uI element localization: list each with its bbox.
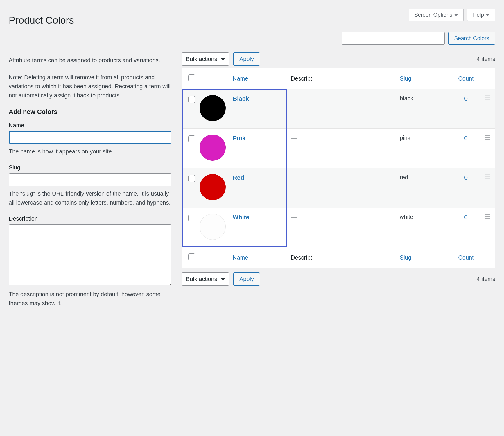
- tablenav-top: Bulk actions Apply 4 items: [182, 52, 495, 66]
- name-label: Name: [9, 122, 171, 129]
- bulk-actions-select-top[interactable]: Bulk actions: [182, 52, 229, 66]
- color-swatch: [200, 135, 226, 161]
- term-description: —: [291, 174, 297, 181]
- row-checkbox[interactable]: [188, 96, 195, 103]
- terms-table: Name Descript Slug Count Black—black0☰Pi…: [182, 68, 495, 268]
- slug-help: The “slug” is the URL-friendly version o…: [9, 189, 171, 207]
- color-swatch: [200, 95, 226, 121]
- description-label: Description: [9, 215, 171, 222]
- list-column: Bulk actions Apply 4 items Name Descript…: [182, 51, 495, 288]
- name-field[interactable]: [9, 131, 171, 144]
- table-row: Red—red0☰: [182, 168, 495, 208]
- col-handle: [480, 68, 495, 89]
- col-swatch: [196, 68, 229, 89]
- drag-handle-icon[interactable]: ☰: [485, 213, 491, 220]
- caret-down-icon: [454, 14, 458, 16]
- intro-text-2: Note: Deleting a term will remove it fro…: [9, 73, 171, 100]
- term-count-link[interactable]: 0: [455, 135, 477, 142]
- col-count[interactable]: Count: [451, 68, 480, 89]
- col-description[interactable]: Descript: [287, 247, 396, 268]
- drag-handle-icon[interactable]: ☰: [485, 174, 491, 181]
- caret-down-icon: [486, 14, 490, 16]
- name-help: The name is how it appears on your site.: [9, 147, 171, 156]
- term-count-link[interactable]: 0: [455, 95, 477, 102]
- row-checkbox[interactable]: [188, 175, 195, 182]
- form-column: Attribute terms can be assigned to produ…: [9, 51, 171, 316]
- tablenav-bottom: Bulk actions Apply 4 items: [182, 272, 495, 286]
- intro-text-1: Attribute terms can be assigned to produ…: [9, 56, 171, 65]
- drag-handle-icon[interactable]: ☰: [485, 94, 491, 102]
- table-row: Black—black0☰: [182, 89, 495, 129]
- col-handle: [480, 247, 495, 268]
- col-name[interactable]: Name: [229, 68, 287, 89]
- help-label: Help: [473, 12, 484, 18]
- term-slug: red: [400, 174, 408, 181]
- col-name[interactable]: Name: [229, 247, 287, 268]
- description-field[interactable]: [9, 224, 171, 285]
- search-button[interactable]: Search Colors: [448, 32, 495, 45]
- col-description[interactable]: Descript: [287, 68, 396, 89]
- select-all-top[interactable]: [188, 74, 195, 81]
- help-tab[interactable]: Help: [467, 9, 495, 21]
- term-description: —: [291, 135, 297, 142]
- col-slug[interactable]: Slug: [396, 247, 451, 268]
- term-description: —: [291, 95, 297, 102]
- search-row: Search Colors: [9, 32, 495, 45]
- col-slug[interactable]: Slug: [396, 68, 451, 89]
- row-checkbox[interactable]: [188, 135, 195, 142]
- term-name-link[interactable]: White: [233, 214, 249, 220]
- row-checkbox[interactable]: [188, 215, 195, 221]
- apply-button-top[interactable]: Apply: [233, 52, 260, 66]
- col-swatch: [196, 247, 229, 268]
- table-row: Pink—pink0☰: [182, 129, 495, 168]
- items-count-bottom: 4 items: [477, 276, 495, 283]
- term-name-link[interactable]: Black: [233, 95, 249, 102]
- apply-button-bottom[interactable]: Apply: [233, 272, 260, 286]
- search-input[interactable]: [342, 32, 445, 45]
- term-slug: pink: [400, 135, 410, 141]
- color-swatch: [200, 174, 226, 200]
- slug-label: Slug: [9, 164, 171, 171]
- screen-options-tab[interactable]: Screen Options: [409, 9, 464, 21]
- drag-handle-icon[interactable]: ☰: [485, 134, 491, 141]
- items-count-top: 4 items: [477, 56, 495, 62]
- add-new-heading: Add new Colors: [9, 108, 171, 116]
- term-count-link[interactable]: 0: [455, 214, 477, 221]
- term-slug: white: [400, 214, 413, 220]
- term-slug: black: [400, 95, 413, 101]
- col-count[interactable]: Count: [451, 247, 480, 268]
- term-name-link[interactable]: Pink: [233, 135, 245, 141]
- table-row: White—white0☰: [182, 208, 495, 247]
- term-description: —: [291, 214, 297, 221]
- bulk-actions-select-bottom[interactable]: Bulk actions: [182, 272, 229, 286]
- description-help: The description is not prominent by defa…: [9, 290, 171, 308]
- slug-field[interactable]: [9, 173, 171, 186]
- term-count-link[interactable]: 0: [455, 174, 477, 181]
- screen-options-label: Screen Options: [414, 12, 452, 18]
- term-name-link[interactable]: Red: [233, 174, 244, 181]
- screen-meta-tabs: Screen Options Help: [409, 9, 495, 21]
- color-swatch: [200, 214, 226, 240]
- select-all-bottom[interactable]: [188, 253, 195, 260]
